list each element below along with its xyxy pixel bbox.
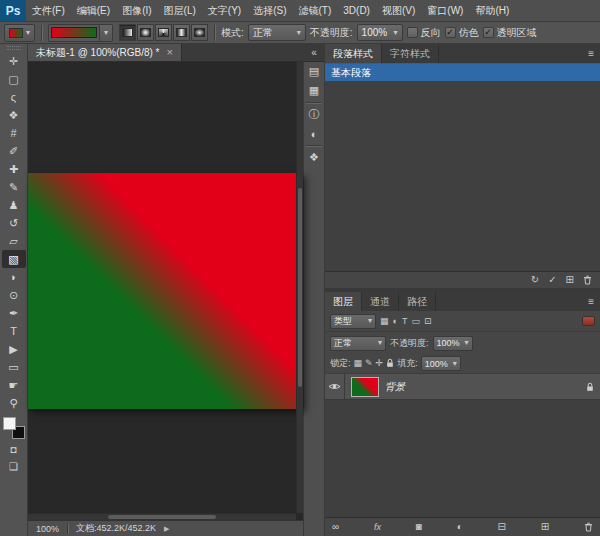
- dodge-tool[interactable]: ⊙: [2, 286, 26, 304]
- menu-image[interactable]: 图像(I): [116, 0, 157, 21]
- scrollbar-thumb[interactable]: [108, 515, 215, 519]
- menu-window[interactable]: 窗口(W): [421, 0, 469, 21]
- delete-layer-icon[interactable]: [584, 522, 593, 532]
- menu-select[interactable]: 选择(S): [247, 0, 292, 21]
- new-group-icon[interactable]: ⊟: [498, 522, 506, 532]
- layer-opacity-select[interactable]: 100% ▾: [433, 336, 473, 351]
- styles-panel-icon[interactable]: ❖: [304, 148, 324, 167]
- adjustment-layer-icon[interactable]: ◐: [457, 522, 463, 532]
- toolbar-grip[interactable]: [7, 46, 21, 50]
- quick-mask-mode-button[interactable]: ◘: [2, 442, 26, 457]
- close-tab-icon[interactable]: ×: [167, 47, 173, 58]
- new-style-icon[interactable]: ⊞: [566, 275, 574, 285]
- filter-pixel-layers-icon[interactable]: ▦: [380, 317, 389, 326]
- zoom-level[interactable]: 100%: [36, 524, 59, 534]
- quick-selection-tool[interactable]: ❖: [2, 106, 26, 124]
- paragraph-style-item[interactable]: 基本段落: [325, 64, 600, 81]
- menu-filter[interactable]: 滤镜(T): [293, 0, 338, 21]
- hand-tool[interactable]: ☛: [2, 376, 26, 394]
- layer-fill-select[interactable]: 100% ▾: [421, 356, 461, 371]
- pen-tool[interactable]: ✒: [2, 304, 26, 322]
- layer-style-icon[interactable]: fx: [374, 523, 381, 532]
- history-brush-tool[interactable]: ↺: [2, 214, 26, 232]
- rectangular-marquee-tool[interactable]: ▢: [2, 70, 26, 88]
- menu-3d[interactable]: 3D(D): [337, 0, 376, 21]
- panel-menu-icon[interactable]: ≡: [582, 292, 600, 311]
- clone-stamp-tool[interactable]: ♟: [2, 196, 26, 214]
- zoom-tool[interactable]: ⚲: [2, 394, 26, 412]
- lock-pixels-icon[interactable]: ✎: [365, 359, 373, 368]
- panel-menu-icon[interactable]: ≡: [582, 44, 600, 63]
- tab-paths[interactable]: 路径: [399, 292, 436, 311]
- layer-row-background[interactable]: 背景: [325, 374, 600, 400]
- type-tool[interactable]: T: [2, 322, 26, 340]
- link-layers-icon[interactable]: ∞: [332, 522, 339, 532]
- gradient-picker-arrow[interactable]: ▾: [100, 24, 113, 42]
- vertical-scrollbar[interactable]: [296, 62, 303, 513]
- expand-panels-icon[interactable]: «: [304, 44, 324, 62]
- eraser-tool[interactable]: ▱: [2, 232, 26, 250]
- status-menu-arrow[interactable]: ▶: [164, 525, 169, 533]
- info-panel-icon[interactable]: ⓘ: [304, 105, 324, 124]
- eyedropper-tool[interactable]: ✐: [2, 142, 26, 160]
- healing-brush-tool[interactable]: ✚: [2, 160, 26, 178]
- filter-type-select[interactable]: 类型 ▾: [330, 314, 376, 329]
- gradient-editor-button[interactable]: [48, 24, 100, 42]
- opacity-select[interactable]: 100% ▾: [357, 24, 403, 41]
- reverse-checkbox[interactable]: 反向: [407, 26, 441, 40]
- history-panel-icon[interactable]: ▤: [304, 62, 324, 81]
- blur-tool[interactable]: ◗: [2, 268, 26, 286]
- scrollbar-thumb[interactable]: [298, 188, 302, 386]
- filter-smart-objects-icon[interactable]: ⊡: [424, 317, 432, 326]
- filter-adjustment-layers-icon[interactable]: ◐: [393, 317, 398, 326]
- linear-gradient-button[interactable]: [119, 24, 136, 41]
- clear-override-icon[interactable]: ✓: [548, 275, 556, 285]
- menu-layer[interactable]: 图层(L): [158, 0, 202, 21]
- lock-all-icon[interactable]: [386, 358, 394, 370]
- document-tab[interactable]: 未标题-1 @ 100%(RGB/8) * ×: [28, 44, 182, 61]
- canvas-area[interactable]: [28, 62, 303, 520]
- rectangle-tool[interactable]: ▭: [2, 358, 26, 376]
- tab-channels[interactable]: 通道: [362, 292, 399, 311]
- document-canvas[interactable]: [28, 173, 303, 409]
- horizontal-scrollbar[interactable]: [28, 513, 296, 520]
- layer-thumbnail[interactable]: [351, 377, 379, 397]
- gradient-tool[interactable]: ▧: [2, 250, 26, 268]
- new-layer-icon[interactable]: ⊞: [541, 522, 549, 532]
- radial-gradient-button[interactable]: [137, 24, 154, 41]
- foreground-color-swatch[interactable]: [3, 417, 16, 430]
- lasso-tool[interactable]: ς: [2, 88, 26, 106]
- crop-tool[interactable]: #: [2, 124, 26, 142]
- lock-transparency-icon[interactable]: ▦: [354, 359, 363, 368]
- blend-mode-select[interactable]: 正常 ▾: [248, 24, 306, 41]
- tab-layers[interactable]: 图层: [325, 292, 362, 311]
- path-selection-tool[interactable]: ▶: [2, 340, 26, 358]
- tab-character-styles[interactable]: 字符样式: [382, 44, 439, 63]
- layer-visibility-toggle[interactable]: [325, 374, 345, 399]
- menu-file[interactable]: 文件(F): [26, 0, 71, 21]
- brush-tool[interactable]: ✎: [2, 178, 26, 196]
- layer-filter-toggle[interactable]: [582, 316, 595, 326]
- reflected-gradient-button[interactable]: [173, 24, 190, 41]
- tool-preset-picker[interactable]: ▾: [4, 24, 35, 42]
- tab-paragraph-styles[interactable]: 段落样式: [325, 44, 382, 63]
- menu-type[interactable]: 文字(Y): [202, 0, 247, 21]
- swatches-panel-icon[interactable]: ▦: [304, 81, 324, 100]
- diamond-gradient-button[interactable]: [191, 24, 208, 41]
- menu-help[interactable]: 帮助(H): [469, 0, 515, 21]
- menu-view[interactable]: 视图(V): [376, 0, 421, 21]
- move-tool[interactable]: ✛: [2, 52, 26, 70]
- angle-gradient-button[interactable]: [155, 24, 172, 41]
- add-layer-mask-icon[interactable]: ◙: [416, 522, 422, 532]
- transparency-checkbox[interactable]: ✓ 透明区域: [483, 26, 537, 40]
- dither-checkbox[interactable]: ✓ 仿色: [445, 26, 479, 40]
- layer-blend-mode-select[interactable]: 正常 ▾: [330, 336, 386, 351]
- filter-shape-layers-icon[interactable]: ▭: [411, 317, 420, 326]
- adjustments-panel-icon[interactable]: ◐: [304, 124, 324, 143]
- load-styles-icon[interactable]: ↻: [531, 275, 539, 285]
- lock-position-icon[interactable]: ✛: [376, 359, 384, 368]
- screen-mode-button[interactable]: ❏: [2, 459, 26, 474]
- menu-edit[interactable]: 编辑(E): [71, 0, 116, 21]
- filter-type-layers-icon[interactable]: T: [402, 317, 408, 326]
- delete-style-icon[interactable]: [583, 275, 592, 285]
